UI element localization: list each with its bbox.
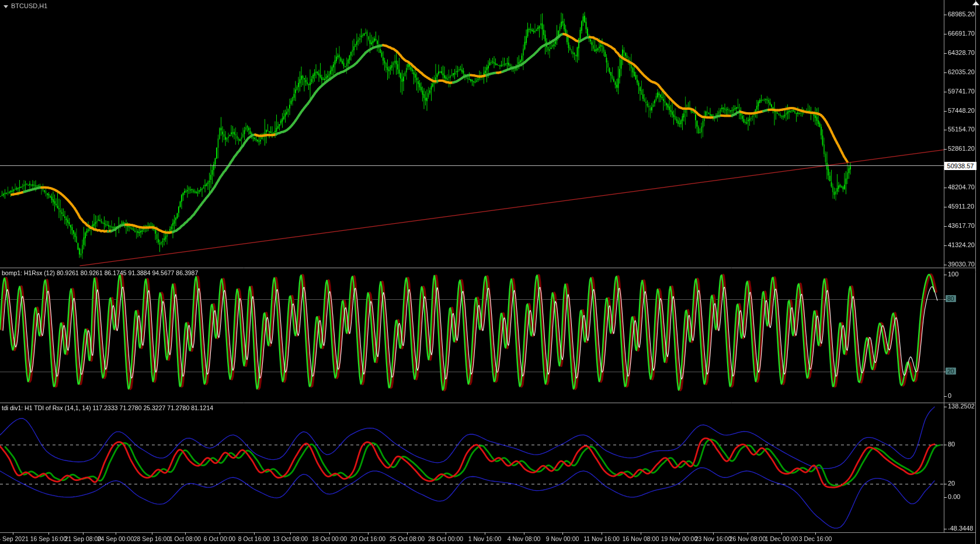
level-badge: 20 <box>946 368 956 375</box>
scroll-up-arrow-icon[interactable] <box>972 1 979 5</box>
price-axis-label: 45911.20 <box>948 203 974 210</box>
time-axis-label: 3 Dec 16:00 <box>789 535 842 542</box>
price-axis-label: 43617.70 <box>948 222 975 229</box>
indicator-axis-label: 80 <box>948 441 955 448</box>
indicator-axis-label: 0.00 <box>948 493 960 500</box>
symbol-label: BTCUSD,H1 <box>4 2 47 10</box>
indicator-axis-label: -48.3448 <box>948 525 973 532</box>
price-axis-label: 55154.70 <box>948 126 975 133</box>
indicator-axis-label: 138.2502 <box>948 403 975 410</box>
price-axis-label: 39030.70 <box>948 261 975 268</box>
price-axis-label: 62035.20 <box>948 68 975 75</box>
price-axis-label: 66691.70 <box>948 30 975 37</box>
indicator2-label: tdi div1: H1 TDI of Rsx (14,1, 14) 117.2… <box>2 404 213 411</box>
price-axis-label: 41324.20 <box>948 241 975 248</box>
price-axis-label: 59741.70 <box>948 88 975 95</box>
mt4-chart-window: BTCUSD,H1 bomp1: H1Rsx (12) 80.9261 80.9… <box>0 0 980 544</box>
level-badge: 80 <box>946 295 956 302</box>
price-axis-label: 52861.20 <box>948 145 975 152</box>
price-axis-label: 64328.70 <box>948 49 975 56</box>
indicator-axis-label: 100 <box>948 271 958 278</box>
price-axis-label: 48204.70 <box>948 183 975 190</box>
chevron-down-icon <box>4 5 8 8</box>
price-axis-label: 68985.20 <box>948 11 975 18</box>
indicator-axis-label: 20 <box>948 480 955 487</box>
symbol-label-text: BTCUSD,H1 <box>11 2 47 9</box>
indicator1-label: bomp1: H1Rsx (12) 80.9261 80.9261 86.174… <box>2 269 198 276</box>
current-price-box: 50938.57 <box>944 162 976 170</box>
price-axis-label: 57448.20 <box>948 107 975 114</box>
indicator-axis-label: 0 <box>948 392 951 399</box>
